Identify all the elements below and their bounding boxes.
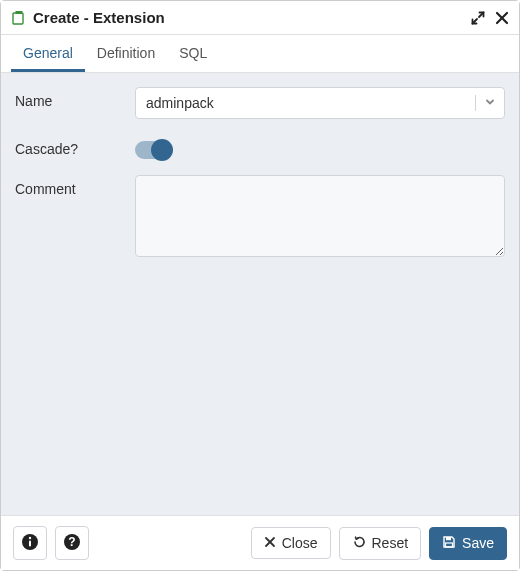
save-icon	[442, 535, 456, 552]
extension-icon	[11, 10, 27, 26]
help-icon: ?	[63, 533, 81, 554]
footer: ? Close Reset	[1, 515, 519, 570]
row-comment: Comment	[15, 175, 505, 260]
svg-rect-8	[446, 543, 453, 547]
svg-point-4	[29, 536, 31, 538]
info-button[interactable]	[13, 526, 47, 560]
tab-bar: General Definition SQL	[1, 35, 519, 73]
info-icon	[21, 533, 39, 554]
titlebar: Create - Extension	[1, 1, 519, 35]
window-title: Create - Extension	[33, 9, 461, 26]
cascade-label: Cascade?	[15, 135, 135, 157]
cascade-toggle[interactable]	[135, 141, 171, 159]
tab-sql[interactable]: SQL	[167, 35, 219, 72]
svg-rect-3	[29, 540, 31, 546]
row-cascade: Cascade?	[15, 135, 505, 159]
expand-icon[interactable]	[471, 11, 485, 25]
form-panel: Name adminpack Cascade?	[1, 73, 519, 515]
name-select-value: adminpack	[146, 95, 214, 111]
svg-rect-7	[446, 537, 451, 540]
reset-icon	[352, 535, 366, 552]
x-icon	[264, 535, 276, 551]
comment-label: Comment	[15, 175, 135, 197]
create-extension-dialog: Create - Extension General Definition SQ…	[0, 0, 520, 571]
save-button[interactable]: Save	[429, 527, 507, 560]
close-button[interactable]: Close	[251, 527, 331, 559]
save-button-label: Save	[462, 535, 494, 551]
close-button-label: Close	[282, 535, 318, 551]
name-label: Name	[15, 87, 135, 109]
close-icon[interactable]	[495, 11, 509, 25]
svg-text:?: ?	[68, 535, 75, 549]
chevron-down-icon	[484, 95, 496, 111]
toggle-knob	[151, 139, 173, 161]
tab-definition[interactable]: Definition	[85, 35, 167, 72]
svg-rect-0	[13, 13, 23, 24]
row-name: Name adminpack	[15, 87, 505, 119]
reset-button-label: Reset	[372, 535, 409, 551]
svg-rect-1	[16, 11, 23, 14]
tab-general[interactable]: General	[11, 35, 85, 72]
help-button[interactable]: ?	[55, 526, 89, 560]
select-separator	[475, 95, 476, 111]
reset-button[interactable]: Reset	[339, 527, 422, 560]
name-select[interactable]: adminpack	[135, 87, 505, 119]
comment-textarea[interactable]	[135, 175, 505, 257]
